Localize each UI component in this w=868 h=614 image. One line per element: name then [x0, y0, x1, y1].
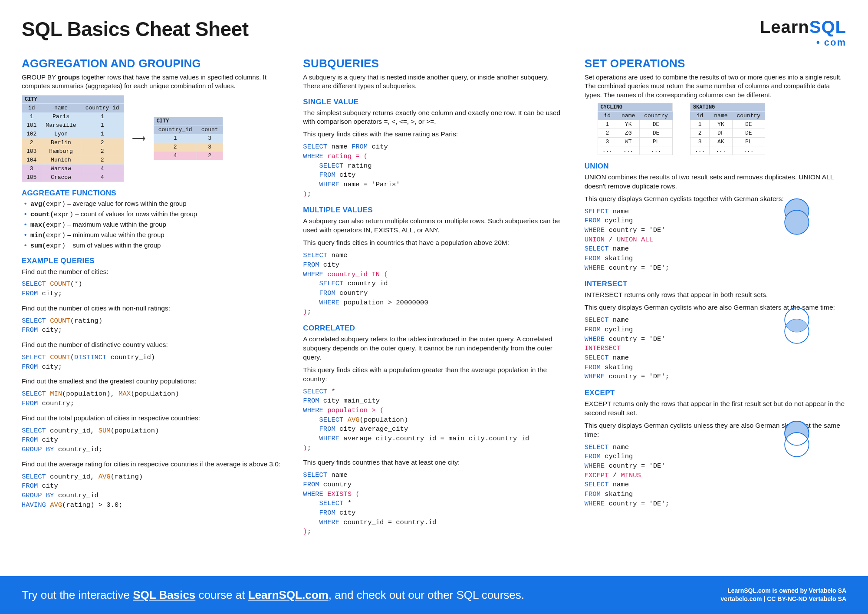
q6-code: SELECT country_id, AVG(rating) FROM city… [22, 472, 283, 510]
footer-left: Try out the interactive SQL Basics cours… [22, 588, 524, 602]
city-table-source: CITY idnamecountry_id 1Paris1 101Marseil… [22, 95, 124, 182]
single-value-heading: SINGLE VALUE [303, 98, 565, 106]
correlated-p3: This query finds countries that have at … [303, 458, 565, 467]
q2-code: SELECT COUNT(rating) FROM city; [22, 317, 283, 335]
q3-label: Find out the number of distinctive count… [22, 340, 283, 350]
single-value-code: SELECT name FROM city WHERE rating = ( S… [303, 142, 565, 199]
q4-code: SELECT MIN(population), MAX(population) … [22, 390, 283, 408]
subqueries-intro: A subquery is a query that is nested ins… [303, 73, 565, 91]
column-aggregation: AGGREGATION AND GROUPING GROUP BY groups… [22, 57, 283, 542]
aggregate-functions-list: avg(expr) – average value for rows withi… [22, 200, 283, 250]
single-value-p2: This query finds cities with the same ra… [303, 130, 565, 139]
page-footer: Try out the interactive SQL Basics cours… [0, 576, 868, 614]
page-title: SQL Basics Cheat Sheet [22, 17, 248, 41]
skating-table: SKATING idnamecountry 1YKDE 2DFDE 3AKPL … [690, 103, 765, 155]
q2-label: Find out the number of cities with non-n… [22, 304, 283, 313]
column-set-operations: SET OPERATIONS Set operations are used t… [585, 57, 846, 542]
except-p1: EXCEPT returns only the rows that appear… [585, 399, 846, 418]
q5-label: Find out the total population of cities … [22, 414, 283, 423]
city-tables: CITY idnamecountry_id 1Paris1 101Marseil… [22, 95, 283, 182]
column-subqueries: SUBQUERIES A subquery is a query that is… [303, 57, 565, 542]
aggregation-heading: AGGREGATION AND GROUPING [22, 57, 283, 70]
q6-label: Find out the average rating for cities i… [22, 460, 283, 469]
correlated-p1: A correlated subquery refers to the tabl… [303, 335, 565, 362]
venn-except-icon [773, 419, 825, 458]
q4-label: Find out the smallest and the greatest c… [22, 377, 283, 386]
set-operations-intro: Set operations are used to combine the r… [585, 73, 846, 99]
set-operations-heading: SET OPERATIONS [585, 57, 846, 70]
intersect-heading: INTERSECT [585, 280, 846, 288]
q3-code: SELECT COUNT(DISTINCT country_id) FROM c… [22, 353, 283, 372]
q1-code: SELECT COUNT(*) FROM city; [22, 280, 283, 298]
except-heading: EXCEPT [585, 389, 846, 397]
cycling-table: CYCLING idnamecountry 1YKDE 2ZGDE 3WTPL … [598, 103, 673, 155]
q1-label: Find out the number of cities: [22, 267, 283, 277]
footer-right: LearnSQL.com is owned by Vertabelo SA ve… [721, 587, 846, 604]
aggregate-functions-heading: AGGREGATE FUNCTIONS [22, 189, 283, 198]
intersect-p1: INTERSECT returns only rows that appear … [585, 290, 846, 300]
single-value-p1: The simplest subquery returns exactly on… [303, 109, 565, 127]
venn-union-icon [773, 197, 825, 236]
multiple-values-p1: A subquery can also return multiple colu… [303, 217, 565, 235]
multiple-values-heading: MULTIPLE VALUES [303, 206, 565, 215]
union-p1: UNION combines the results of two result… [585, 173, 846, 191]
venn-intersect-icon [773, 306, 825, 345]
q5-code: SELECT country_id, SUM(population) FROM … [22, 426, 283, 455]
correlated-code-1: SELECT * FROM city main_city WHERE popul… [303, 387, 565, 453]
subqueries-heading: SUBQUERIES [303, 57, 565, 70]
aggregation-intro: GROUP BY groups together rows that have … [22, 73, 283, 91]
set-tables: CYCLING idnamecountry 1YKDE 2ZGDE 3WTPL … [598, 103, 846, 155]
correlated-p2: This query finds cities with a populatio… [303, 366, 565, 384]
union-heading: UNION [585, 162, 846, 171]
correlated-code-2: SELECT name FROM country WHERE EXISTS ( … [303, 471, 565, 537]
city-table-grouped: CITY country_idcount 13 23 42 [154, 117, 223, 160]
svg-point-1 [785, 210, 809, 234]
multiple-values-code: SELECT name FROM city WHERE country_id I… [303, 251, 565, 317]
multiple-values-p2: This query finds cities in countries tha… [303, 238, 565, 248]
correlated-heading: CORRELATED [303, 324, 565, 333]
example-queries-heading: EXAMPLE QUERIES [22, 257, 283, 265]
arrow-icon: ⟶ [132, 133, 146, 144]
brand-logo: LearnSQL • com [760, 17, 846, 48]
